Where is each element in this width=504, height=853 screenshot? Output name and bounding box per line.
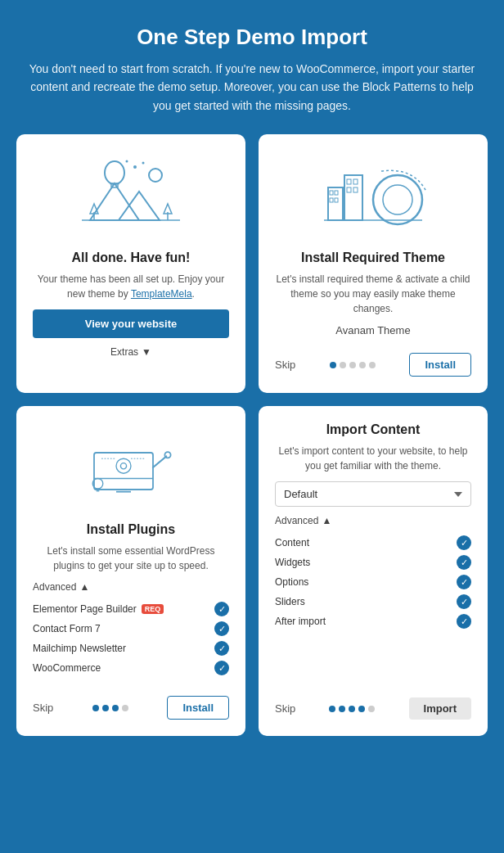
plugins-skip-button[interactable]: Skip: [33, 702, 53, 714]
svg-marker-1: [119, 192, 160, 220]
plugins-progress-dots: [92, 705, 128, 711]
dot-1: [330, 362, 336, 368]
plugins-advanced-toggle[interactable]: Advanced ▲: [33, 581, 229, 593]
svg-line-34: [153, 457, 166, 468]
theme-card-description: Let's install required theme & activate …: [275, 272, 471, 316]
theme-card-title: Install Required Theme: [275, 250, 471, 265]
check-icon-woo: ✓: [214, 661, 229, 675]
import-advanced-toggle[interactable]: Advanced ▲: [275, 515, 471, 526]
check-icon-mailchimp: ✓: [214, 641, 229, 656]
done-card-title: All done. Have fun!: [33, 250, 229, 265]
list-item: Widgets ✓: [275, 553, 471, 572]
check-icon-content: ✓: [457, 535, 471, 550]
svg-rect-16: [330, 191, 333, 195]
dot-4: [358, 706, 365, 712]
plugins-illustration: [33, 422, 229, 512]
card-done: All done. Have fun! Your theme has been …: [16, 134, 245, 393]
dot-3: [349, 362, 356, 368]
view-website-button[interactable]: View your website: [33, 309, 229, 338]
done-card-description: Your theme has been all set up. Enjoy yo…: [33, 272, 229, 301]
templatemela-link[interactable]: TemplateMela: [131, 288, 192, 300]
svg-point-2: [149, 169, 162, 182]
content-item-options: Options: [275, 576, 308, 588]
import-progress-dots: [329, 706, 375, 712]
svg-point-35: [164, 452, 170, 458]
svg-point-32: [116, 458, 131, 473]
theme-illustration: [275, 151, 471, 241]
card-import: Import Content Let's import content to y…: [259, 406, 488, 736]
import-chevron-icon: ▲: [322, 515, 331, 526]
dot-2: [339, 706, 345, 712]
dot-3: [349, 706, 355, 712]
list-item: Mailchimp Newsletter ✓: [33, 639, 229, 658]
check-icon-sliders: ✓: [457, 594, 471, 609]
dot-5: [368, 706, 375, 712]
svg-rect-23: [347, 187, 351, 192]
import-card-description: Let's import content to your website, to…: [275, 444, 471, 473]
dot-4: [122, 705, 128, 711]
dot-1: [92, 705, 99, 711]
dot-2: [102, 705, 109, 711]
extras-toggle[interactable]: Extras ▼: [33, 346, 229, 358]
theme-skip-button[interactable]: Skip: [275, 359, 295, 371]
svg-rect-21: [347, 179, 351, 184]
list-item: Content ✓: [275, 533, 471, 553]
plugins-card-footer: Skip Install: [33, 686, 229, 720]
theme-name: Avanam Theme: [275, 324, 471, 336]
dot-3: [112, 705, 119, 711]
svg-rect-17: [335, 191, 338, 195]
svg-rect-24: [353, 187, 358, 192]
plugins-install-button[interactable]: Install: [167, 696, 229, 720]
svg-point-33: [120, 463, 126, 469]
svg-rect-15: [328, 187, 343, 220]
list-item: Elementor Page Builder REQ ✓: [33, 599, 229, 619]
check-icon-cf7: ✓: [214, 621, 229, 636]
card-plugins: Install Plugins Let's install some essen…: [16, 406, 245, 736]
page-description: You don't need to start from scratch. If…: [23, 60, 481, 115]
plugins-card-description: Let's install some essential WordPress p…: [33, 544, 229, 573]
plugin-name-mailchimp: Mailchimp Newsletter: [33, 643, 126, 654]
svg-rect-22: [353, 179, 358, 184]
import-card-title: Import Content: [275, 422, 471, 437]
page-title: One Step Demo Import: [23, 25, 481, 50]
content-item-after-import: After import: [275, 616, 326, 627]
list-item: Options ✓: [275, 572, 471, 592]
list-item: WooCommerce ✓: [33, 658, 229, 678]
cards-grid: All done. Have fun! Your theme has been …: [16, 134, 488, 736]
plugin-list: Elementor Page Builder REQ ✓ Contact For…: [33, 599, 229, 678]
theme-card-footer: Skip Install: [275, 343, 471, 377]
import-select[interactable]: Default: [275, 481, 471, 507]
dot-4: [359, 362, 366, 368]
plugins-chevron-icon: ▲: [79, 581, 89, 593]
svg-point-13: [142, 162, 145, 165]
content-item-content: Content: [275, 537, 309, 548]
plugin-name-elementor: Elementor Page Builder: [33, 603, 137, 615]
list-item: Contact Form 7 ✓: [33, 619, 229, 639]
content-item-sliders: Sliders: [275, 596, 305, 607]
import-skip-button[interactable]: Skip: [275, 702, 295, 715]
done-illustration: [33, 151, 229, 241]
list-item: After import ✓: [275, 612, 471, 631]
import-button[interactable]: Import: [409, 697, 471, 720]
svg-rect-18: [330, 198, 333, 202]
req-badge: REQ: [142, 604, 164, 614]
list-item: Sliders ✓: [275, 592, 471, 612]
svg-rect-19: [335, 198, 338, 202]
svg-point-12: [133, 165, 137, 169]
plugin-name-cf7: Contact Form 7: [33, 623, 101, 634]
check-icon-options: ✓: [457, 575, 471, 589]
card-theme: Install Required Theme Let's install req…: [259, 134, 488, 393]
theme-install-button[interactable]: Install: [409, 353, 471, 377]
content-list: Content ✓ Widgets ✓ Options ✓ Sliders ✓ …: [275, 533, 471, 631]
page-header: One Step Demo Import You don't need to s…: [23, 25, 481, 115]
svg-point-25: [373, 175, 422, 224]
svg-point-26: [383, 185, 412, 214]
extras-chevron-icon: ▼: [142, 346, 151, 358]
dot-2: [340, 362, 346, 368]
plugins-card-title: Install Plugins: [33, 522, 229, 537]
dot-5: [369, 362, 376, 368]
content-item-widgets: Widgets: [275, 557, 310, 568]
import-card-footer: Skip Import: [275, 688, 471, 720]
svg-point-3: [105, 161, 124, 184]
svg-point-14: [126, 160, 128, 163]
